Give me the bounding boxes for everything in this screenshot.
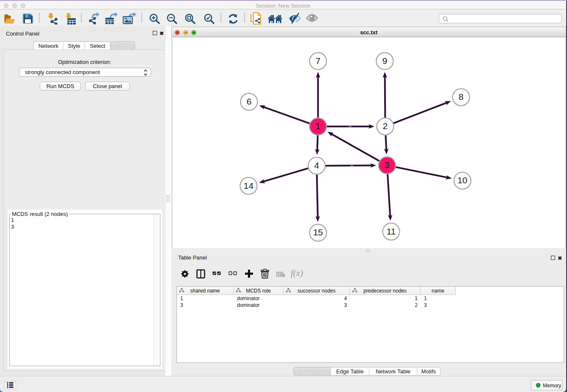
- svg-text:7: 7: [316, 56, 321, 66]
- svg-text:9: 9: [382, 56, 387, 66]
- svg-text:3: 3: [385, 160, 390, 170]
- svg-text:14: 14: [244, 181, 254, 190]
- svg-text:4: 4: [314, 160, 319, 170]
- svg-text:15: 15: [313, 227, 323, 237]
- svg-text:6: 6: [247, 97, 252, 106]
- svg-text:10: 10: [457, 175, 467, 185]
- svg-text:2: 2: [383, 121, 388, 131]
- svg-text:11: 11: [386, 226, 396, 236]
- svg-text:1: 1: [316, 121, 321, 131]
- svg-text:8: 8: [459, 92, 464, 102]
